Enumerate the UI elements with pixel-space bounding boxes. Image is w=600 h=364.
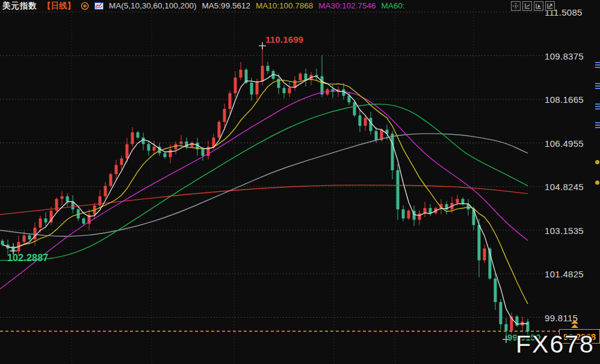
ma30-value: MA30:102.7546 — [318, 1, 376, 10]
ma-settings-label: MA(5,10,30,60,100,200) — [109, 1, 197, 10]
period-selector[interactable]: 【日线】 — [43, 1, 75, 11]
grid — [0, 8, 543, 364]
chart-toolbar — [511, 1, 555, 11]
high-price-label: 110.1699 — [265, 34, 303, 45]
ma5-line — [2, 74, 528, 324]
ma100-line — [0, 134, 528, 236]
ma30-line — [0, 91, 528, 289]
ma60-value: MA60: — [382, 1, 405, 10]
low-price-label-left: 102.2887 — [7, 253, 48, 264]
trading-chart-screen: 美元指数 【日线】 MA(5,10,30,60,100,200) MA5:99.… — [0, 0, 600, 364]
price-up-arrow-icon — [571, 320, 578, 324]
circle-plus-icon[interactable] — [81, 2, 89, 10]
chart-panel-export-icon[interactable] — [545, 1, 555, 11]
price-up-arrow-icon — [571, 324, 578, 328]
kline-style-icon[interactable] — [94, 2, 104, 10]
chart-panel-play-icon[interactable] — [534, 1, 543, 11]
ma60-line — [0, 104, 528, 260]
candles — [1, 47, 530, 338]
ma5-value: MA5:99.5612 — [202, 1, 250, 10]
ma10-value: MA10:100.7868 — [256, 1, 313, 10]
price-chart[interactable] — [0, 0, 600, 364]
crosshair-icon[interactable] — [511, 1, 521, 11]
chart-panel-left-icon[interactable] — [522, 1, 532, 11]
symbol-name: 美元指数 — [2, 1, 37, 11]
chart-header: 美元指数 【日线】 MA(5,10,30,60,100,200) MA5:99.… — [0, 0, 405, 11]
ma10-line — [2, 79, 528, 304]
fx678-watermark: FX678 — [516, 330, 595, 359]
